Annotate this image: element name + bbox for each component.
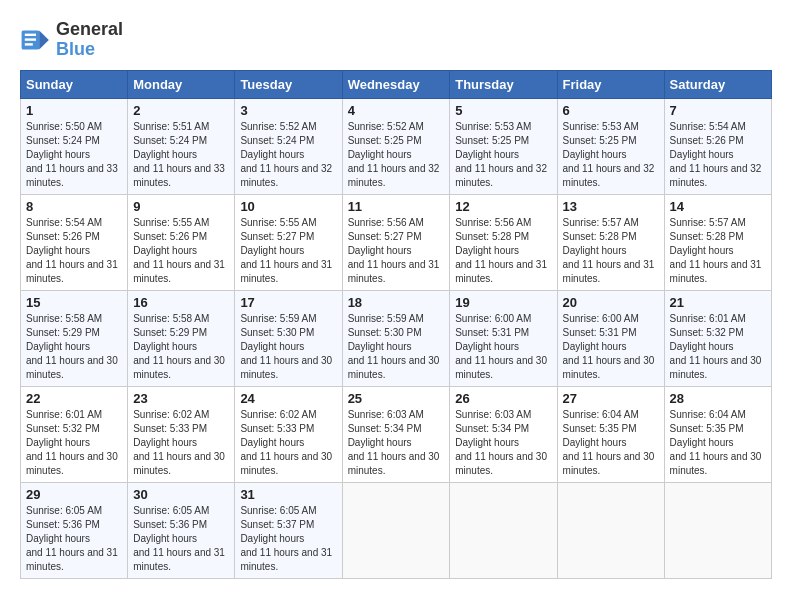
table-row: 16 Sunrise: 5:58 AM Sunset: 5:29 PM Dayl… xyxy=(128,290,235,386)
day-info: Sunrise: 6:00 AM Sunset: 5:31 PM Dayligh… xyxy=(563,312,659,382)
day-info: Sunrise: 5:54 AM Sunset: 5:26 PM Dayligh… xyxy=(26,216,122,286)
day-number: 4 xyxy=(348,103,445,118)
table-row: 29 Sunrise: 6:05 AM Sunset: 5:36 PM Dayl… xyxy=(21,482,128,578)
day-number: 31 xyxy=(240,487,336,502)
svg-rect-2 xyxy=(25,33,36,35)
calendar-body: 1 Sunrise: 5:50 AM Sunset: 5:24 PM Dayli… xyxy=(21,98,772,578)
day-info: Sunrise: 5:53 AM Sunset: 5:25 PM Dayligh… xyxy=(455,120,551,190)
svg-rect-3 xyxy=(25,38,36,40)
table-row: 17 Sunrise: 5:59 AM Sunset: 5:30 PM Dayl… xyxy=(235,290,342,386)
day-number: 12 xyxy=(455,199,551,214)
day-number: 11 xyxy=(348,199,445,214)
table-row: 25 Sunrise: 6:03 AM Sunset: 5:34 PM Dayl… xyxy=(342,386,450,482)
table-row: 20 Sunrise: 6:00 AM Sunset: 5:31 PM Dayl… xyxy=(557,290,664,386)
day-number: 29 xyxy=(26,487,122,502)
column-header-saturday: Saturday xyxy=(664,70,771,98)
calendar-header-row: SundayMondayTuesdayWednesdayThursdayFrid… xyxy=(21,70,772,98)
logo: General Blue xyxy=(20,20,123,60)
table-row: 5 Sunrise: 5:53 AM Sunset: 5:25 PM Dayli… xyxy=(450,98,557,194)
table-row: 11 Sunrise: 5:56 AM Sunset: 5:27 PM Dayl… xyxy=(342,194,450,290)
table-row: 10 Sunrise: 5:55 AM Sunset: 5:27 PM Dayl… xyxy=(235,194,342,290)
day-info: Sunrise: 6:03 AM Sunset: 5:34 PM Dayligh… xyxy=(348,408,445,478)
day-number: 14 xyxy=(670,199,766,214)
logo-icon xyxy=(20,24,52,56)
day-number: 17 xyxy=(240,295,336,310)
table-row xyxy=(342,482,450,578)
day-number: 28 xyxy=(670,391,766,406)
table-row: 9 Sunrise: 5:55 AM Sunset: 5:26 PM Dayli… xyxy=(128,194,235,290)
table-row: 7 Sunrise: 5:54 AM Sunset: 5:26 PM Dayli… xyxy=(664,98,771,194)
day-info: Sunrise: 6:04 AM Sunset: 5:35 PM Dayligh… xyxy=(563,408,659,478)
table-row: 13 Sunrise: 5:57 AM Sunset: 5:28 PM Dayl… xyxy=(557,194,664,290)
day-info: Sunrise: 5:54 AM Sunset: 5:26 PM Dayligh… xyxy=(670,120,766,190)
column-header-thursday: Thursday xyxy=(450,70,557,98)
day-info: Sunrise: 5:59 AM Sunset: 5:30 PM Dayligh… xyxy=(348,312,445,382)
day-number: 8 xyxy=(26,199,122,214)
table-row: 15 Sunrise: 5:58 AM Sunset: 5:29 PM Dayl… xyxy=(21,290,128,386)
day-info: Sunrise: 6:04 AM Sunset: 5:35 PM Dayligh… xyxy=(670,408,766,478)
calendar-week-2: 8 Sunrise: 5:54 AM Sunset: 5:26 PM Dayli… xyxy=(21,194,772,290)
day-info: Sunrise: 6:01 AM Sunset: 5:32 PM Dayligh… xyxy=(26,408,122,478)
calendar-week-1: 1 Sunrise: 5:50 AM Sunset: 5:24 PM Dayli… xyxy=(21,98,772,194)
day-info: Sunrise: 5:55 AM Sunset: 5:27 PM Dayligh… xyxy=(240,216,336,286)
day-number: 19 xyxy=(455,295,551,310)
day-number: 1 xyxy=(26,103,122,118)
day-info: Sunrise: 6:01 AM Sunset: 5:32 PM Dayligh… xyxy=(670,312,766,382)
table-row: 31 Sunrise: 6:05 AM Sunset: 5:37 PM Dayl… xyxy=(235,482,342,578)
day-info: Sunrise: 5:55 AM Sunset: 5:26 PM Dayligh… xyxy=(133,216,229,286)
table-row: 23 Sunrise: 6:02 AM Sunset: 5:33 PM Dayl… xyxy=(128,386,235,482)
logo-text: General Blue xyxy=(56,20,123,60)
column-header-sunday: Sunday xyxy=(21,70,128,98)
calendar-week-3: 15 Sunrise: 5:58 AM Sunset: 5:29 PM Dayl… xyxy=(21,290,772,386)
day-info: Sunrise: 5:58 AM Sunset: 5:29 PM Dayligh… xyxy=(133,312,229,382)
day-number: 30 xyxy=(133,487,229,502)
calendar-week-5: 29 Sunrise: 6:05 AM Sunset: 5:36 PM Dayl… xyxy=(21,482,772,578)
table-row: 1 Sunrise: 5:50 AM Sunset: 5:24 PM Dayli… xyxy=(21,98,128,194)
day-number: 26 xyxy=(455,391,551,406)
day-number: 9 xyxy=(133,199,229,214)
table-row: 18 Sunrise: 5:59 AM Sunset: 5:30 PM Dayl… xyxy=(342,290,450,386)
calendar-week-4: 22 Sunrise: 6:01 AM Sunset: 5:32 PM Dayl… xyxy=(21,386,772,482)
table-row: 26 Sunrise: 6:03 AM Sunset: 5:34 PM Dayl… xyxy=(450,386,557,482)
day-number: 25 xyxy=(348,391,445,406)
day-info: Sunrise: 6:02 AM Sunset: 5:33 PM Dayligh… xyxy=(240,408,336,478)
day-info: Sunrise: 5:52 AM Sunset: 5:24 PM Dayligh… xyxy=(240,120,336,190)
day-number: 20 xyxy=(563,295,659,310)
table-row: 12 Sunrise: 5:56 AM Sunset: 5:28 PM Dayl… xyxy=(450,194,557,290)
day-number: 5 xyxy=(455,103,551,118)
table-row: 24 Sunrise: 6:02 AM Sunset: 5:33 PM Dayl… xyxy=(235,386,342,482)
day-number: 21 xyxy=(670,295,766,310)
page-header: General Blue xyxy=(20,20,772,60)
day-info: Sunrise: 6:05 AM Sunset: 5:36 PM Dayligh… xyxy=(26,504,122,574)
column-header-monday: Monday xyxy=(128,70,235,98)
day-number: 24 xyxy=(240,391,336,406)
svg-rect-4 xyxy=(25,43,33,45)
table-row: 4 Sunrise: 5:52 AM Sunset: 5:25 PM Dayli… xyxy=(342,98,450,194)
svg-marker-1 xyxy=(39,30,49,49)
day-info: Sunrise: 5:58 AM Sunset: 5:29 PM Dayligh… xyxy=(26,312,122,382)
column-header-friday: Friday xyxy=(557,70,664,98)
table-row: 14 Sunrise: 5:57 AM Sunset: 5:28 PM Dayl… xyxy=(664,194,771,290)
table-row: 30 Sunrise: 6:05 AM Sunset: 5:36 PM Dayl… xyxy=(128,482,235,578)
table-row: 8 Sunrise: 5:54 AM Sunset: 5:26 PM Dayli… xyxy=(21,194,128,290)
day-info: Sunrise: 5:50 AM Sunset: 5:24 PM Dayligh… xyxy=(26,120,122,190)
day-number: 2 xyxy=(133,103,229,118)
day-number: 3 xyxy=(240,103,336,118)
table-row xyxy=(557,482,664,578)
day-info: Sunrise: 6:03 AM Sunset: 5:34 PM Dayligh… xyxy=(455,408,551,478)
day-info: Sunrise: 6:05 AM Sunset: 5:37 PM Dayligh… xyxy=(240,504,336,574)
table-row: 2 Sunrise: 5:51 AM Sunset: 5:24 PM Dayli… xyxy=(128,98,235,194)
day-info: Sunrise: 5:57 AM Sunset: 5:28 PM Dayligh… xyxy=(670,216,766,286)
day-number: 6 xyxy=(563,103,659,118)
table-row: 21 Sunrise: 6:01 AM Sunset: 5:32 PM Dayl… xyxy=(664,290,771,386)
day-info: Sunrise: 5:53 AM Sunset: 5:25 PM Dayligh… xyxy=(563,120,659,190)
day-number: 13 xyxy=(563,199,659,214)
day-info: Sunrise: 5:56 AM Sunset: 5:28 PM Dayligh… xyxy=(455,216,551,286)
column-header-wednesday: Wednesday xyxy=(342,70,450,98)
table-row: 3 Sunrise: 5:52 AM Sunset: 5:24 PM Dayli… xyxy=(235,98,342,194)
day-info: Sunrise: 5:52 AM Sunset: 5:25 PM Dayligh… xyxy=(348,120,445,190)
table-row: 22 Sunrise: 6:01 AM Sunset: 5:32 PM Dayl… xyxy=(21,386,128,482)
table-row xyxy=(664,482,771,578)
day-number: 23 xyxy=(133,391,229,406)
table-row: 27 Sunrise: 6:04 AM Sunset: 5:35 PM Dayl… xyxy=(557,386,664,482)
